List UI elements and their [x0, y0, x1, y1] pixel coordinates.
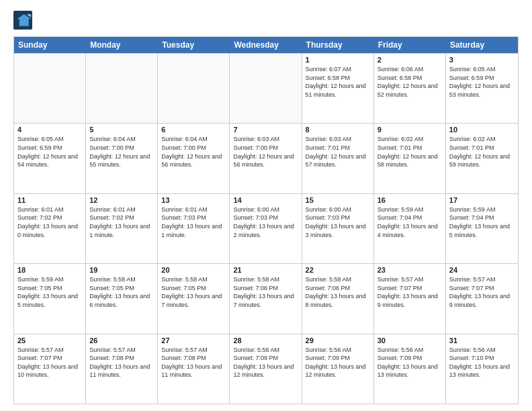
- day-info: Sunrise: 5:56 AMSunset: 7:09 PMDaylight:…: [378, 346, 442, 379]
- day-number: 14: [233, 196, 298, 204]
- day-number: 26: [89, 336, 154, 345]
- day-header-tuesday: Tuesday: [158, 37, 230, 53]
- day-number: 8: [306, 126, 370, 134]
- day-info: Sunrise: 6:02 AMSunset: 7:01 PMDaylight:…: [449, 135, 515, 169]
- day-cell: 30Sunrise: 5:56 AMSunset: 7:09 PMDayligh…: [374, 334, 446, 404]
- day-cell: 24Sunrise: 5:57 AMSunset: 7:07 PMDayligh…: [446, 264, 518, 333]
- day-info: Sunrise: 6:07 AMSunset: 6:58 PMDaylight:…: [306, 65, 370, 99]
- day-cell: [14, 54, 86, 123]
- day-info: Sunrise: 5:57 AMSunset: 7:07 PMDaylight:…: [378, 275, 442, 309]
- day-cell: 31Sunrise: 5:56 AMSunset: 7:10 PMDayligh…: [446, 334, 518, 404]
- day-number: 20: [161, 266, 226, 274]
- day-number: 13: [161, 196, 226, 204]
- week-row-3: 11Sunrise: 6:01 AMSunset: 7:02 PMDayligh…: [14, 193, 518, 263]
- day-cell: 20Sunrise: 5:58 AMSunset: 7:05 PMDayligh…: [158, 264, 230, 333]
- day-info: Sunrise: 5:56 AMSunset: 7:09 PMDaylight:…: [233, 346, 298, 379]
- header: [13, 11, 519, 30]
- day-number: 23: [378, 266, 442, 274]
- day-number: 7: [233, 126, 298, 134]
- day-number: 3: [449, 56, 515, 64]
- day-info: Sunrise: 5:56 AMSunset: 7:10 PMDaylight:…: [449, 346, 515, 379]
- day-cell: 27Sunrise: 5:57 AMSunset: 7:08 PMDayligh…: [158, 334, 230, 404]
- day-header-wednesday: Wednesday: [230, 37, 302, 53]
- day-info: Sunrise: 6:01 AMSunset: 7:02 PMDaylight:…: [89, 205, 154, 239]
- day-info: Sunrise: 5:58 AMSunset: 7:06 PMDaylight:…: [306, 275, 370, 309]
- day-number: 21: [233, 266, 298, 274]
- day-number: 24: [449, 266, 515, 274]
- day-header-friday: Friday: [374, 37, 446, 53]
- day-info: Sunrise: 6:04 AMSunset: 7:00 PMDaylight:…: [89, 135, 154, 169]
- day-info: Sunrise: 5:58 AMSunset: 7:06 PMDaylight:…: [233, 275, 298, 309]
- day-header-monday: Monday: [86, 37, 158, 53]
- day-cell: 18Sunrise: 5:59 AMSunset: 7:05 PMDayligh…: [14, 264, 86, 333]
- day-info: Sunrise: 6:02 AMSunset: 7:01 PMDaylight:…: [378, 135, 442, 169]
- day-cell: 3Sunrise: 6:05 AMSunset: 6:59 PMDaylight…: [446, 54, 518, 123]
- day-info: Sunrise: 5:59 AMSunset: 7:05 PMDaylight:…: [17, 275, 82, 309]
- day-info: Sunrise: 5:59 AMSunset: 7:04 PMDaylight:…: [378, 205, 442, 239]
- day-info: Sunrise: 5:57 AMSunset: 7:07 PMDaylight:…: [449, 275, 515, 309]
- day-number: 28: [233, 336, 298, 345]
- day-cell: [86, 54, 158, 123]
- day-cell: 25Sunrise: 5:57 AMSunset: 7:07 PMDayligh…: [14, 334, 86, 404]
- day-number: 5: [89, 126, 154, 134]
- week-row-1: 1Sunrise: 6:07 AMSunset: 6:58 PMDaylight…: [14, 53, 518, 123]
- day-info: Sunrise: 6:05 AMSunset: 6:59 PMDaylight:…: [17, 135, 82, 169]
- day-info: Sunrise: 6:06 AMSunset: 6:58 PMDaylight:…: [378, 65, 442, 99]
- day-number: 2: [378, 56, 442, 64]
- day-cell: 12Sunrise: 6:01 AMSunset: 7:02 PMDayligh…: [86, 194, 158, 263]
- day-info: Sunrise: 6:01 AMSunset: 7:02 PMDaylight:…: [17, 205, 82, 239]
- day-cell: 6Sunrise: 6:04 AMSunset: 7:00 PMDaylight…: [158, 124, 230, 193]
- day-cell: 28Sunrise: 5:56 AMSunset: 7:09 PMDayligh…: [230, 334, 302, 404]
- day-cell: 8Sunrise: 6:03 AMSunset: 7:01 PMDaylight…: [302, 124, 374, 193]
- week-row-2: 4Sunrise: 6:05 AMSunset: 6:59 PMDaylight…: [14, 123, 518, 193]
- day-cell: 5Sunrise: 6:04 AMSunset: 7:00 PMDaylight…: [86, 124, 158, 193]
- day-info: Sunrise: 5:57 AMSunset: 7:07 PMDaylight:…: [17, 346, 82, 379]
- day-info: Sunrise: 5:56 AMSunset: 7:09 PMDaylight:…: [306, 346, 370, 379]
- day-cell: 16Sunrise: 5:59 AMSunset: 7:04 PMDayligh…: [374, 194, 446, 263]
- day-number: 18: [17, 266, 82, 274]
- page: SundayMondayTuesdayWednesdayThursdayFrid…: [0, 0, 532, 411]
- day-info: Sunrise: 5:59 AMSunset: 7:04 PMDaylight:…: [449, 205, 515, 239]
- day-info: Sunrise: 6:03 AMSunset: 7:01 PMDaylight:…: [306, 135, 370, 169]
- week-row-5: 25Sunrise: 5:57 AMSunset: 7:07 PMDayligh…: [14, 334, 518, 404]
- day-number: 15: [306, 196, 370, 204]
- day-info: Sunrise: 5:58 AMSunset: 7:05 PMDaylight:…: [89, 275, 154, 309]
- day-number: 31: [449, 336, 515, 345]
- day-number: 11: [17, 196, 82, 204]
- generalblue-logo-icon: [13, 11, 32, 30]
- logo: [13, 11, 35, 30]
- day-number: 19: [89, 266, 154, 274]
- day-info: Sunrise: 6:04 AMSunset: 7:00 PMDaylight:…: [161, 135, 226, 169]
- day-cell: 17Sunrise: 5:59 AMSunset: 7:04 PMDayligh…: [446, 194, 518, 263]
- day-header-saturday: Saturday: [446, 37, 518, 53]
- day-cell: 23Sunrise: 5:57 AMSunset: 7:07 PMDayligh…: [374, 264, 446, 333]
- day-number: 29: [306, 336, 370, 345]
- day-cell: 7Sunrise: 6:03 AMSunset: 7:00 PMDaylight…: [230, 124, 302, 193]
- day-cell: [158, 54, 230, 123]
- day-cell: 11Sunrise: 6:01 AMSunset: 7:02 PMDayligh…: [14, 194, 86, 263]
- day-cell: 9Sunrise: 6:02 AMSunset: 7:01 PMDaylight…: [374, 124, 446, 193]
- day-cell: [230, 54, 302, 123]
- day-number: 30: [378, 336, 442, 345]
- day-number: 16: [378, 196, 442, 204]
- day-number: 27: [161, 336, 226, 345]
- day-number: 17: [449, 196, 515, 204]
- weeks: 1Sunrise: 6:07 AMSunset: 6:58 PMDaylight…: [14, 53, 518, 404]
- day-number: 9: [378, 126, 442, 134]
- day-header-thursday: Thursday: [302, 37, 374, 53]
- day-info: Sunrise: 5:57 AMSunset: 7:08 PMDaylight:…: [161, 346, 226, 379]
- day-cell: 26Sunrise: 5:57 AMSunset: 7:08 PMDayligh…: [86, 334, 158, 404]
- calendar: SundayMondayTuesdayWednesdayThursdayFrid…: [13, 36, 519, 404]
- day-cell: 4Sunrise: 6:05 AMSunset: 6:59 PMDaylight…: [14, 124, 86, 193]
- day-number: 10: [449, 126, 515, 134]
- day-cell: 19Sunrise: 5:58 AMSunset: 7:05 PMDayligh…: [86, 264, 158, 333]
- day-number: 6: [161, 126, 226, 134]
- day-cell: 1Sunrise: 6:07 AMSunset: 6:58 PMDaylight…: [302, 54, 374, 123]
- day-cell: 2Sunrise: 6:06 AMSunset: 6:58 PMDaylight…: [374, 54, 446, 123]
- day-cell: 10Sunrise: 6:02 AMSunset: 7:01 PMDayligh…: [446, 124, 518, 193]
- day-cell: 15Sunrise: 6:00 AMSunset: 7:03 PMDayligh…: [302, 194, 374, 263]
- week-row-4: 18Sunrise: 5:59 AMSunset: 7:05 PMDayligh…: [14, 263, 518, 333]
- day-number: 1: [306, 56, 370, 64]
- day-info: Sunrise: 5:58 AMSunset: 7:05 PMDaylight:…: [161, 275, 226, 309]
- day-info: Sunrise: 6:03 AMSunset: 7:00 PMDaylight:…: [233, 135, 298, 169]
